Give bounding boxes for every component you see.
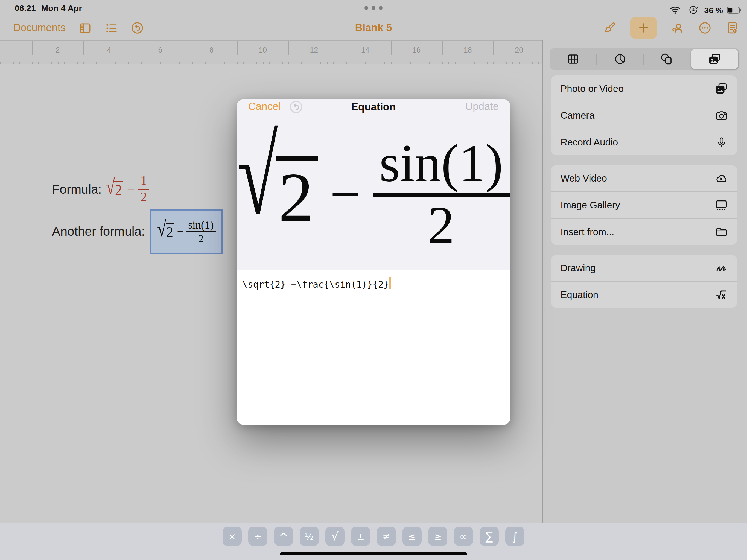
folder-icon (714, 225, 728, 239)
update-button[interactable]: Update (465, 101, 499, 113)
sqrt-x-icon (714, 288, 728, 302)
latex-source-field[interactable]: \sqrt{2} −\frac{\sin(1)}{2} (237, 270, 510, 425)
wifi-icon (668, 3, 682, 17)
chart-icon (613, 52, 626, 66)
more-icon[interactable] (698, 21, 712, 35)
date: Mon 4 Apr (41, 3, 82, 12)
sidebar-group: Photo or VideoCameraRecord Audio (551, 75, 737, 155)
battery-icon (727, 6, 742, 14)
formula-1-equation[interactable]: √2 − 12 (106, 174, 149, 205)
insert-sidebar: Photo or VideoCameraRecord AudioWeb Vide… (542, 41, 747, 523)
app-toolbar: Documents (0, 15, 747, 41)
scribble-icon (714, 261, 728, 275)
sidebar-item-label: Photo or Video (561, 83, 714, 94)
math-key[interactable]: ½ (300, 527, 319, 546)
sidebar-item-label: Equation (561, 289, 714, 301)
sidebar-item-web-video[interactable]: Web Video (551, 165, 737, 192)
sidebar-group: DrawingEquation (551, 255, 737, 308)
shape-icon (660, 52, 674, 66)
radical-sign: √ (237, 131, 278, 222)
ruler-number: 2 (55, 46, 60, 54)
sidebar-item-drawing[interactable]: Drawing (551, 255, 737, 281)
ruler-number: 6 (158, 46, 162, 54)
formula-2-equation: √2 − sin(1)2 (157, 219, 216, 245)
selected-equation-object[interactable]: √2 − sin(1)2 (150, 209, 223, 254)
sidebar-item-insert-from[interactable]: Insert from... (551, 218, 737, 245)
collaborate-icon[interactable] (670, 21, 685, 35)
media-icon (707, 52, 722, 66)
radical-sign: √ (106, 177, 115, 196)
equation-modal: Cancel Equation Update √2 − sin(1)2 \sqr… (237, 99, 510, 425)
radical-sign: √ (157, 220, 166, 238)
sidebar-item-label: Drawing (561, 262, 714, 274)
math-key[interactable]: ^ (274, 527, 293, 546)
formula-line-1[interactable]: Formula: √2 − 12 (52, 167, 149, 211)
formula-line-2[interactable]: Another formula: √2 − sin(1)2 (52, 209, 223, 254)
document-title: Blank 5 (355, 22, 392, 34)
pages-app: 08.21Mon 4 Apr 36 % (0, 0, 747, 560)
multitask-dots (364, 6, 383, 10)
math-key[interactable]: √ (326, 527, 344, 546)
ruler-number: 20 (515, 46, 523, 54)
add-icon (637, 21, 651, 35)
tab-media[interactable] (692, 49, 739, 69)
math-key[interactable]: ∞ (454, 527, 473, 546)
math-key[interactable]: ≠ (377, 527, 396, 546)
latex-source-text[interactable]: \sqrt{2} −\frac{\sin(1)}{2} (242, 279, 389, 290)
sidebar-item-label: Camera (561, 110, 714, 121)
ruler-number: 12 (310, 46, 318, 54)
status-time-date: 08.21Mon 4 Apr (15, 3, 82, 12)
ruler: 2468101214161820 (0, 41, 542, 65)
sidebar-item-label: Image Gallery (561, 199, 714, 211)
ruler-number: 14 (361, 46, 369, 54)
math-key[interactable]: ≤ (403, 527, 422, 546)
ruler-number: 16 (412, 46, 420, 54)
status-bar: 08.21Mon 4 Apr 36 % (0, 0, 747, 15)
gallery-icon (714, 198, 728, 212)
add-button[interactable] (630, 17, 657, 39)
ruler-number: 8 (209, 46, 213, 54)
ruler-number: 4 (107, 46, 111, 54)
battery-percent: 36 % (704, 5, 723, 15)
ruler-number: 10 (259, 46, 267, 54)
math-keyboard-bar: ×÷^½√±≠≤≥∞∑∫ (0, 523, 747, 560)
sidebar-group: Web VideoImage GalleryInsert from... (551, 165, 737, 245)
rotation-lock-icon (686, 3, 700, 17)
home-indicator[interactable] (280, 552, 467, 555)
math-key[interactable]: ÷ (249, 527, 267, 546)
equation-preview: √2 − sin(1)2 (237, 119, 510, 270)
sidebar-item-equation[interactable]: Equation (551, 281, 737, 308)
insert-tabs (549, 48, 739, 70)
text-cursor (389, 277, 391, 289)
sidebar-item-label: Record Audio (561, 136, 714, 148)
sidebar-item-camera[interactable]: Camera (551, 102, 737, 128)
paintbrush-icon[interactable] (602, 21, 617, 35)
sidebar-item-record-audio[interactable]: Record Audio (551, 128, 737, 155)
formula-2-label[interactable]: Another formula: (52, 224, 145, 239)
clock: 08.21 (15, 3, 36, 12)
math-key[interactable]: ∑ (480, 527, 499, 546)
formula-1-label[interactable]: Formula: (52, 182, 102, 197)
cloud-play-icon (714, 171, 728, 185)
math-key[interactable]: ± (351, 527, 370, 546)
tab-shape[interactable] (643, 48, 690, 70)
sidebar-item-label: Insert from... (561, 226, 714, 238)
sidebar-item-label: Web Video (561, 173, 714, 184)
reader-view-icon[interactable] (725, 21, 739, 35)
photos-icon (714, 81, 728, 96)
table-icon (567, 52, 579, 66)
math-key[interactable]: ∫ (506, 527, 524, 546)
sidebar-item-image-gallery[interactable]: Image Gallery (551, 192, 737, 218)
ruler-number: 18 (464, 46, 472, 54)
tab-table[interactable] (549, 48, 597, 70)
camera-icon (714, 108, 728, 123)
sidebar-item-photo-or-video[interactable]: Photo or Video (551, 75, 737, 102)
math-key[interactable]: ≥ (429, 527, 447, 546)
rendered-equation: √2 − sin(1)2 (237, 135, 510, 254)
mic-icon (714, 135, 728, 149)
math-key[interactable]: × (223, 527, 242, 546)
tab-chart[interactable] (597, 48, 644, 70)
